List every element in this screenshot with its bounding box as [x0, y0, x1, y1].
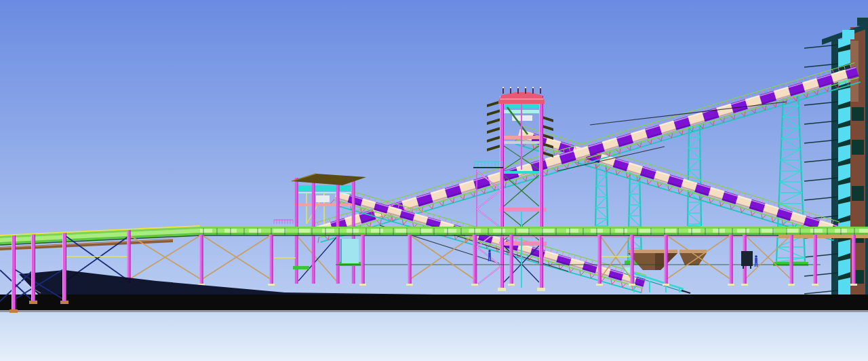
model-scene [0, 0, 868, 361]
ground-band [0, 294, 868, 361]
cad-3d-viewport[interactable] [0, 0, 868, 361]
